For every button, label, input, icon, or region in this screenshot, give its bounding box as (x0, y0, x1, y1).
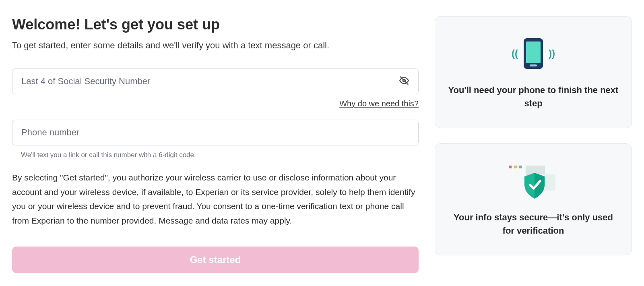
page-subtitle: To get started, enter some details and w… (12, 40, 419, 51)
phone-placeholder: Phone number (21, 127, 409, 138)
get-started-button[interactable]: Get started (12, 247, 419, 273)
secure-info-card: Your info stays secure—it's only used fo… (435, 143, 632, 255)
phone-needed-card: (( )) You'll need your phone to finish t… (435, 16, 632, 128)
ssn-field[interactable]: Last 4 of Social Security Number (12, 68, 419, 94)
phone-ringing-icon: (( )) (524, 36, 543, 71)
page-title: Welcome! Let's get you set up (12, 16, 419, 33)
eye-off-icon[interactable] (399, 75, 409, 87)
secure-card-text: Your info stays secure—it's only used fo… (447, 211, 619, 237)
phone-card-text: You'll need your phone to finish the nex… (447, 83, 619, 110)
why-row: Why do we need this? (12, 99, 419, 108)
consent-text: By selecting "Get started", you authoriz… (12, 170, 419, 228)
why-need-this-link[interactable]: Why do we need this? (339, 99, 419, 108)
phone-field[interactable]: Phone number (12, 120, 419, 145)
phone-help-text: We'll text you a link or call this numbe… (21, 151, 419, 159)
form-column: Welcome! Let's get you set up To get sta… (12, 16, 419, 274)
ssn-placeholder: Last 4 of Social Security Number (21, 76, 399, 87)
shield-check-icon (511, 163, 555, 199)
info-column: (( )) You'll need your phone to finish t… (435, 16, 632, 274)
